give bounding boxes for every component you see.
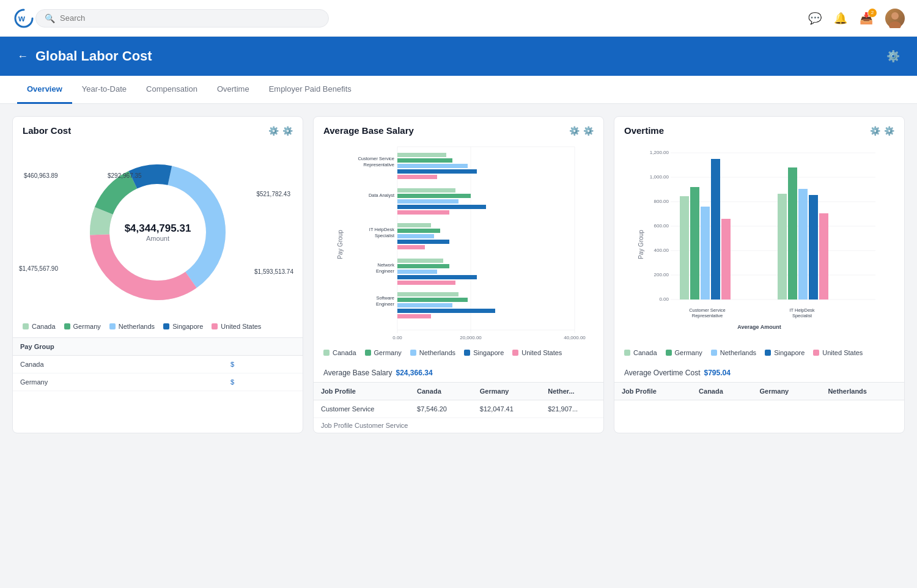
segment-label-germany: $521,782.43 xyxy=(256,191,290,197)
legend-salary-singapore: Singapore xyxy=(464,349,504,356)
page-title: Global Labor Cost xyxy=(35,48,152,64)
svg-rect-25 xyxy=(397,175,437,179)
labor-cost-legend: Canada Germany Netherlands Singapore Uni… xyxy=(13,318,303,337)
svg-text:Average Amount: Average Amount xyxy=(737,324,781,330)
inbox-icon[interactable]: 📥 2 xyxy=(860,12,873,25)
overtime-chart: Pay Group 1,200.00 1,000.00 800.00 600.0… xyxy=(614,141,904,344)
legend-netherlands: Netherlands xyxy=(109,323,155,330)
svg-text:Pay Group: Pay Group xyxy=(638,230,644,259)
svg-text:800.00: 800.00 xyxy=(654,199,669,204)
svg-text:Data Analyst: Data Analyst xyxy=(369,193,395,198)
donut-total-amount: $4,344,795.31 xyxy=(125,222,191,235)
search-icon: 🔍 xyxy=(45,13,55,23)
svg-rect-50 xyxy=(397,303,452,307)
legend-singapore: Singapore xyxy=(163,323,203,330)
workday-logo: w xyxy=(12,7,35,30)
ot-header-netherlands: Netherlands xyxy=(820,383,904,400)
ot-header-canada: Canada xyxy=(691,383,752,400)
svg-rect-27 xyxy=(397,188,455,193)
svg-rect-75 xyxy=(798,189,808,300)
avg-salary-chart: Pay Group 0.00 20,000.00 40,000.00 Avera… xyxy=(314,141,603,344)
legend-germany: Germany xyxy=(64,323,101,330)
legend-salary-germany: Germany xyxy=(365,349,402,356)
donut-center: $4,344,795.31 Amount xyxy=(125,222,191,242)
svg-rect-24 xyxy=(397,169,477,174)
avg-salary-value: $24,366.34 xyxy=(396,369,433,377)
table-header-job-profile: Job Profile xyxy=(314,383,410,400)
table-cell-germany-val: $ xyxy=(223,373,303,391)
tab-compensation[interactable]: Compensation xyxy=(136,76,207,104)
legend-ot-canada: Canada xyxy=(624,349,657,356)
legend-dot-salary-singapore xyxy=(464,350,470,356)
segment-label-netherlands: $1,593,513.74 xyxy=(254,268,293,275)
svg-rect-28 xyxy=(397,194,471,198)
legend-label-canada: Canada xyxy=(32,323,56,330)
search-bar[interactable]: 🔍 xyxy=(35,9,329,28)
tabs-bar: Overview Year-to-Date Compensation Overt… xyxy=(0,76,917,104)
tab-year-to-date[interactable]: Year-to-Date xyxy=(72,76,136,104)
svg-text:40,000.00: 40,000.00 xyxy=(564,335,586,340)
table-cell-nether-val: $21,907... xyxy=(540,400,603,418)
table-row: Customer Service $7,546.20 $12,047.41 $2… xyxy=(314,400,603,418)
donut-chart-container: $4,344,795.31 Amount $292,967.35 $521,78… xyxy=(13,141,303,318)
table-cell-germany-val: $12,047.41 xyxy=(473,400,540,418)
svg-text:600.00: 600.00 xyxy=(654,223,669,229)
filter-icon-overtime[interactable]: ⚙️ xyxy=(870,126,880,136)
avg-base-salary-card: Average Base Salary ⚙️ ⚙️ Pay Group 0.00… xyxy=(313,116,604,433)
svg-rect-23 xyxy=(397,164,468,168)
table-cell-canada-val: $7,546.20 xyxy=(410,400,473,418)
svg-rect-42 xyxy=(397,264,449,268)
table-cell-job-profile[interactable]: Customer Service xyxy=(314,400,410,418)
svg-rect-48 xyxy=(397,292,458,296)
svg-rect-73 xyxy=(778,194,787,300)
svg-rect-29 xyxy=(397,199,458,204)
chat-icon[interactable]: 💬 xyxy=(808,12,822,25)
svg-text:Customer Service: Customer Service xyxy=(358,156,394,161)
svg-text:200.00: 200.00 xyxy=(654,272,669,277)
legend-dot-germany xyxy=(64,323,70,329)
avg-overtime-label: Average Overtime Cost xyxy=(624,369,701,377)
filter-icon-salary[interactable]: ⚙️ xyxy=(569,126,580,136)
avg-overtime-value: $795.04 xyxy=(704,369,731,377)
legend-dot-ot-us xyxy=(813,350,819,356)
avg-salary-table: Job Profile Canada Germany Nether... Cus… xyxy=(314,382,603,418)
avatar[interactable] xyxy=(885,9,905,28)
tab-employer-paid-benefits[interactable]: Employer Paid Benefits xyxy=(259,76,361,104)
settings-icon[interactable]: ⚙️ xyxy=(282,126,293,136)
overtime-svg: Pay Group 1,200.00 1,000.00 800.00 600.0… xyxy=(621,141,898,342)
table-cell-canada-val: $ xyxy=(223,356,303,373)
table-cell-germany[interactable]: Germany xyxy=(13,373,223,391)
notification-icon[interactable]: 🔔 xyxy=(834,12,847,25)
svg-rect-31 xyxy=(397,210,449,215)
overtime-table: Job Profile Canada Germany Netherlands xyxy=(614,382,904,400)
table-cell-canada[interactable]: Canada xyxy=(13,356,223,373)
settings-icon-salary[interactable]: ⚙️ xyxy=(583,126,594,136)
back-button[interactable]: ← xyxy=(17,50,28,63)
avg-salary-header: Average Base Salary ⚙️ ⚙️ xyxy=(314,117,603,141)
table-header-canada: Canada xyxy=(410,383,473,400)
svg-rect-38 xyxy=(397,245,425,249)
labor-cost-title: Labor Cost xyxy=(23,125,71,136)
svg-rect-30 xyxy=(397,205,486,209)
svg-text:0.00: 0.00 xyxy=(392,335,402,340)
legend-ot-germany: Germany xyxy=(666,349,702,356)
svg-rect-77 xyxy=(819,213,828,300)
header-settings-icon[interactable]: ⚙️ xyxy=(886,50,900,63)
legend-dot-canada xyxy=(23,323,29,329)
tab-overview[interactable]: Overview xyxy=(17,76,72,104)
svg-text:Engineer: Engineer xyxy=(376,301,395,307)
svg-rect-36 xyxy=(397,234,434,238)
legend-dot-netherlands xyxy=(109,323,116,329)
legend-dot-salary-us xyxy=(512,350,518,356)
page-header: ← Global Labor Cost ⚙️ xyxy=(0,37,917,76)
settings-icon-overtime[interactable]: ⚙️ xyxy=(884,126,894,136)
svg-rect-41 xyxy=(397,259,443,263)
search-input[interactable] xyxy=(60,13,320,23)
legend-dot-ot-germany xyxy=(666,350,672,356)
filter-icon[interactable]: ⚙️ xyxy=(268,126,279,136)
svg-rect-34 xyxy=(397,223,431,227)
svg-rect-51 xyxy=(397,309,495,313)
table-header-paygroup: Pay Group xyxy=(13,338,223,356)
tab-overtime[interactable]: Overtime xyxy=(207,76,259,104)
ot-header-germany: Germany xyxy=(753,383,821,400)
